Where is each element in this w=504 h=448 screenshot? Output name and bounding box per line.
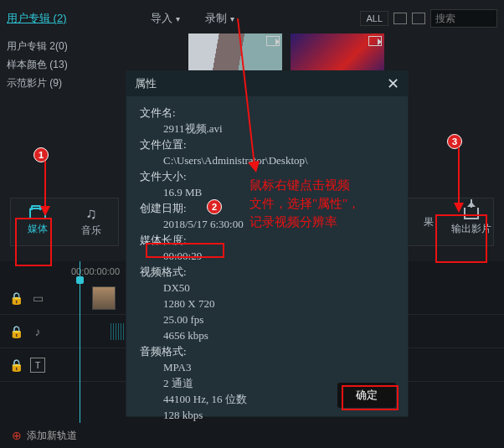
tab-label: 果 bbox=[424, 215, 434, 229]
lock-icon[interactable]: 🔒 bbox=[8, 291, 23, 305]
field-label: 文件位置: bbox=[140, 136, 394, 152]
annotation-badge-2: 2 bbox=[207, 199, 222, 214]
audio-bitrate: 128 kbps bbox=[140, 407, 394, 423]
text-track-icon: T bbox=[30, 358, 45, 373]
video-track-icon: ▭ bbox=[30, 291, 45, 305]
video-fps: 25.00 fps bbox=[140, 312, 394, 327]
video-icon bbox=[368, 36, 382, 46]
import-dropdown[interactable]: 导入 bbox=[151, 11, 180, 26]
field-value: 00:00:29 bbox=[140, 248, 394, 264]
add-track-button[interactable]: 添加新轨道 bbox=[27, 429, 77, 443]
tab-media[interactable]: 媒体 bbox=[11, 198, 64, 245]
breadcrumb-link[interactable]: 用户专辑 (2) bbox=[7, 11, 67, 26]
tab-effect[interactable]: 果 bbox=[407, 198, 450, 245]
annotation-text: 鼠标右键点击视频 文件，选择"属性"， 记录视频分辨率 bbox=[249, 176, 360, 231]
field-value: 2911视频.avi bbox=[140, 121, 394, 136]
lock-icon[interactable]: 🔒 bbox=[8, 358, 23, 372]
filter-all-button[interactable]: ALL bbox=[360, 11, 388, 26]
sidebar-item[interactable]: 示范影片 (9) bbox=[7, 74, 99, 92]
grid-view-icon[interactable] bbox=[393, 13, 407, 24]
video-bitrate: 4656 kbps bbox=[140, 327, 394, 343]
playhead[interactable] bbox=[80, 261, 80, 423]
tab-music[interactable]: ♫ 音乐 bbox=[64, 198, 118, 245]
field-label: 媒体长度: bbox=[140, 232, 394, 248]
clip-thumbnail[interactable] bbox=[92, 286, 116, 310]
timecode: 00:00:00:00 bbox=[71, 266, 120, 276]
sidebar: 用户专辑 2(0) 样本颜色 (13) 示范影片 (9) bbox=[7, 37, 99, 92]
ok-button[interactable]: 确定 bbox=[337, 383, 396, 408]
field-label: 音频格式: bbox=[140, 343, 394, 359]
tab-label: 媒体 bbox=[28, 222, 48, 236]
search-input[interactable] bbox=[430, 9, 497, 28]
dialog-titlebar: 属性 ✕ bbox=[126, 71, 408, 96]
tab-export[interactable]: 输出影片 bbox=[450, 198, 494, 245]
left-tab-bar: 媒体 ♫ 音乐 bbox=[10, 198, 119, 246]
annotation-badge-3: 3 bbox=[447, 134, 462, 149]
audio-codec: MPA3 bbox=[140, 359, 394, 375]
plus-icon: ⊕ bbox=[12, 429, 22, 442]
record-dropdown[interactable]: 录制 bbox=[205, 11, 234, 26]
field-label: 视频格式: bbox=[140, 264, 394, 280]
field-label: 文件名: bbox=[140, 105, 394, 121]
video-icon bbox=[266, 36, 280, 46]
video-resolution: 1280 X 720 bbox=[140, 296, 394, 312]
tab-label: 输出影片 bbox=[451, 222, 491, 236]
dialog-body: 文件名: 2911视频.avi 文件位置: C:\Users\Administr… bbox=[126, 96, 408, 431]
close-icon[interactable]: ✕ bbox=[387, 75, 399, 93]
video-codec: DX50 bbox=[140, 280, 394, 296]
dialog-title: 属性 bbox=[135, 76, 157, 91]
list-view-icon[interactable] bbox=[412, 13, 425, 24]
tab-label: 音乐 bbox=[81, 224, 101, 238]
music-note-icon: ♫ bbox=[85, 206, 97, 221]
right-tab-bar: 果 输出影片 bbox=[406, 198, 494, 246]
export-icon bbox=[464, 208, 479, 219]
sidebar-item[interactable]: 样本颜色 (13) bbox=[7, 55, 99, 74]
top-bar: 用户专辑 (2) 导入 录制 ALL bbox=[0, 0, 504, 37]
audio-track-icon: ♪ bbox=[30, 325, 45, 338]
folder-icon bbox=[29, 208, 46, 219]
annotation-badge-1: 1 bbox=[33, 147, 49, 162]
lock-icon[interactable]: 🔒 bbox=[8, 325, 23, 338]
field-value: C:\Users\Administrator\Desktop\ bbox=[140, 152, 394, 168]
sidebar-item[interactable]: 用户专辑 2(0) bbox=[7, 37, 99, 55]
properties-dialog: 属性 ✕ 文件名: 2911视频.avi 文件位置: C:\Users\Admi… bbox=[126, 70, 409, 417]
